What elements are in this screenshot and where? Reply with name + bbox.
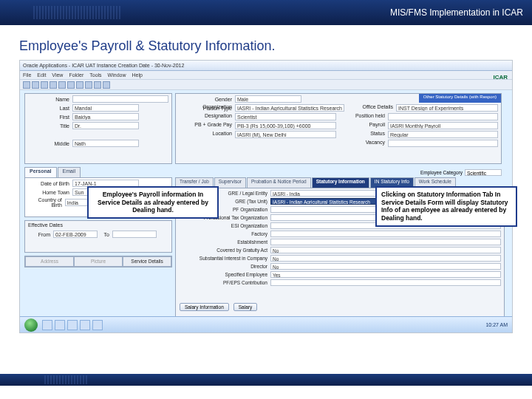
payroll-field[interactable]: IASRI Monthly Payroll (388, 122, 498, 129)
label-emp-category: Employee Category (420, 170, 463, 175)
location-field[interactable]: IASRI (M), New Delhi (235, 131, 336, 138)
menu-help[interactable]: Help (132, 72, 142, 78)
name-summary[interactable] (72, 95, 168, 103)
blue-section-badge: Other Statutory Details (with Respon) (419, 94, 501, 103)
gratuity-field[interactable]: No (270, 247, 501, 253)
tab-statutory-information[interactable]: Statutory Information (312, 177, 369, 188)
btn-picture[interactable]: Picture (74, 256, 123, 267)
system-clock: 10:27 AM (485, 322, 508, 327)
label-middle: Middle (28, 141, 69, 146)
label-location: Location (179, 131, 232, 138)
director-field[interactable]: No (270, 263, 501, 270)
label-factory: Factory (179, 231, 267, 236)
vacancy-field[interactable] (388, 140, 498, 147)
middle-name-field[interactable]: Nath (72, 140, 139, 147)
organization-field[interactable]: IASRI - Indian Agricultural Statistics R… (235, 104, 344, 112)
designation-field[interactable]: Scientist (235, 113, 336, 120)
label-pf-eps: PF/EPS Contribution (179, 280, 267, 285)
title-field[interactable]: Dr. (72, 122, 139, 129)
assignment-panel: Other Statutory Details (with Respon) Ge… (175, 93, 502, 164)
menu-edit[interactable]: Edit (37, 72, 46, 78)
btn-service-details[interactable]: Service Details (123, 256, 171, 267)
office-field[interactable]: INST Design of Experiments (396, 104, 498, 112)
tool-icon[interactable] (94, 81, 101, 89)
btn-address[interactable]: Address (25, 256, 74, 267)
label-last: Last (28, 106, 69, 111)
tool-icon[interactable] (67, 81, 75, 89)
effective-dates-heading: Effective Dates (25, 221, 171, 229)
from-date-field[interactable]: 02-FEB-2009 (53, 231, 98, 238)
label-designation: Designation (179, 113, 232, 120)
label-hometown: Home Town (28, 190, 69, 195)
app-window-title: Oracle Applications - ICAR UAT Instance … (20, 61, 512, 71)
label-title: Title (28, 123, 69, 129)
label-director: Director (179, 264, 267, 269)
emp-category-field[interactable]: Scientific (465, 169, 502, 176)
tool-icon[interactable] (23, 81, 30, 89)
gender-field[interactable]: Male (235, 95, 301, 103)
tool-icon[interactable] (103, 81, 110, 89)
label-to: To (98, 232, 109, 237)
tool-icon[interactable] (50, 81, 57, 89)
label-substantial: Substantial Interest in Company (179, 256, 267, 261)
label-status: Status (341, 131, 385, 138)
menu-file[interactable]: File (23, 72, 31, 78)
callout-statutory-info: Clicking on Statutory Information Tab In… (375, 186, 517, 227)
status-field[interactable]: Regular (388, 131, 498, 138)
tool-icon[interactable] (32, 81, 39, 89)
header-pattern (33, 6, 122, 19)
factory-field[interactable] (270, 231, 501, 237)
substantial-field[interactable]: No (270, 255, 501, 262)
label-establishment: Establishment (179, 239, 267, 245)
menu-tools[interactable]: Tools (89, 72, 101, 78)
task-icon[interactable] (92, 320, 103, 330)
tab-email[interactable]: Email (58, 167, 81, 177)
label-pbgrade: PB + Grade Pay (179, 122, 232, 129)
personal-tabs: Personal Email Employee Category Scienti… (24, 167, 502, 177)
label-gratuity: Covered by Gratuity Act (179, 248, 267, 253)
establishment-field[interactable] (270, 239, 501, 245)
pf-eps-field[interactable] (270, 279, 501, 286)
task-icon[interactable] (55, 320, 65, 330)
label-specified: Specified Employee (179, 272, 267, 277)
tool-icon[interactable] (85, 81, 92, 89)
position-field[interactable] (388, 113, 498, 120)
to-date-field[interactable] (112, 231, 157, 238)
menu-folder[interactable]: Folder (69, 72, 83, 78)
tab-probation[interactable]: Probation & Notice Period (247, 177, 311, 188)
start-button[interactable] (24, 318, 38, 332)
callout-payroll-info: Employee's Payroll information In Servic… (87, 186, 219, 219)
header-title: MIS/FMS Implementation in ICAR (390, 7, 523, 18)
tab-personal[interactable]: Personal (24, 167, 57, 177)
first-name-field[interactable]: Baidya (72, 113, 139, 120)
specified-field[interactable]: Yes (270, 271, 501, 278)
last-name-field[interactable]: Mandal (72, 104, 139, 112)
label-from: From (28, 232, 50, 237)
label-esi: ESI Organization (179, 223, 267, 228)
mini-button-row: Address Picture Service Details (24, 256, 172, 267)
label-office: Office Details (349, 104, 393, 112)
menu-view[interactable]: View (52, 72, 63, 78)
task-icon[interactable] (80, 320, 90, 330)
tool-icon[interactable] (76, 81, 83, 89)
label-payroll: Payroll (341, 122, 385, 129)
icar-logo: ICAR (493, 74, 508, 81)
task-icon[interactable] (42, 320, 52, 330)
menu-window[interactable]: Window (108, 72, 126, 78)
slide-title: Employee's Payroll & Statutory Informati… (19, 38, 532, 54)
label-first: First (28, 115, 69, 120)
salary-button[interactable]: Salary (233, 303, 257, 311)
salary-information-button[interactable]: Salary Information (180, 303, 229, 311)
app-menu-bar[interactable]: File Edit View Folder Tools Window Help (20, 71, 512, 80)
label-gender: Gender (179, 97, 232, 102)
tool-icon[interactable] (58, 81, 66, 89)
tool-icon[interactable] (41, 81, 48, 89)
effective-dates-panel: Effective Dates From02-FEB-2009 To (24, 220, 172, 253)
pbgrade-field[interactable]: PB-3 (Rs 15,600-39,100) +6000 (235, 122, 336, 129)
name-panel: Name LastMandal FirstBaidya TitleDr. Mid… (24, 93, 172, 164)
tab-supervisor[interactable]: Supervisor (214, 177, 246, 188)
label-cob: Country of Birth (28, 197, 62, 208)
windows-taskbar[interactable]: 10:27 AM (20, 316, 512, 332)
task-icon[interactable] (67, 320, 78, 330)
label-name: Name (28, 97, 69, 102)
